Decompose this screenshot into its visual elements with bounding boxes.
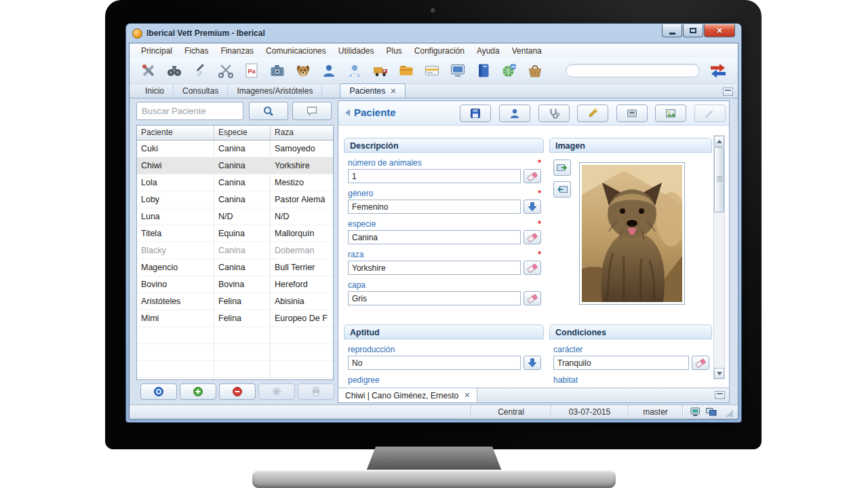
collapse-arrow-icon[interactable] xyxy=(345,109,350,116)
dropdown-button[interactable] xyxy=(524,356,541,370)
menu-plus[interactable]: Plus xyxy=(380,44,408,58)
settings-button[interactable] xyxy=(258,383,295,400)
tools-icon[interactable] xyxy=(139,61,158,80)
save-button[interactable] xyxy=(460,105,491,122)
dual-monitor-icon[interactable] xyxy=(706,407,717,417)
minimize-button[interactable] xyxy=(662,24,682,37)
raza-input[interactable] xyxy=(348,261,521,275)
menu-utilidades[interactable]: Utilidades xyxy=(332,44,380,58)
camera-icon[interactable] xyxy=(268,61,287,80)
patient-table[interactable]: Paciente Especie Raza Cuki Canina Samoye… xyxy=(136,125,334,380)
clear-field-button[interactable] xyxy=(524,230,541,244)
basket-icon[interactable] xyxy=(526,61,545,80)
menu-comunicaciones[interactable]: Comunicaciones xyxy=(260,44,332,58)
scroll-down-button[interactable] xyxy=(714,368,724,379)
menu-ventana[interactable]: Ventana xyxy=(506,44,548,58)
menu-fichas[interactable]: Fichas xyxy=(178,44,214,58)
table-row[interactable]: Cuki Canina Samoyedo xyxy=(137,140,333,157)
maximize-button[interactable] xyxy=(683,24,703,37)
client-alt-icon[interactable] xyxy=(345,61,364,80)
patient-search-input[interactable] xyxy=(136,102,243,120)
export-image-button[interactable] xyxy=(553,181,571,198)
print-button[interactable] xyxy=(298,383,334,400)
menu-configuracion[interactable]: Configuración xyxy=(408,44,471,58)
tab-imagenes-aristoteles[interactable]: Imagenes/Aristóteles xyxy=(228,83,322,98)
window-content: Principal Fichas Finanzas Comunicaciones… xyxy=(129,43,738,419)
stethoscope-button[interactable] xyxy=(538,105,570,122)
scroll-up-button[interactable] xyxy=(714,136,724,147)
photo-button[interactable] xyxy=(655,105,686,122)
table-row-selected[interactable]: Chiwi Canina Yorkshire xyxy=(137,157,333,174)
collapse-strip-icon[interactable] xyxy=(715,391,725,399)
scrollbar-thumb[interactable] xyxy=(714,147,724,212)
terminal-icon[interactable] xyxy=(448,61,467,80)
wallet-icon[interactable] xyxy=(397,61,416,80)
table-row[interactable]: Loby Canina Pastor Alemá xyxy=(137,191,333,208)
table-row[interactable]: Blacky Canina Doberman xyxy=(137,242,333,259)
table-row[interactable]: Bovino Bovina Hereford xyxy=(137,276,333,293)
scissors-icon[interactable] xyxy=(216,61,235,80)
tab-consultas[interactable]: Consultas xyxy=(174,83,228,98)
vertical-scrollbar[interactable] xyxy=(713,135,725,379)
select-record-button[interactable] xyxy=(140,383,177,400)
menu-ayuda[interactable]: Ayuda xyxy=(471,44,506,58)
table-row[interactable]: Luna N/D N/D xyxy=(137,208,333,225)
record-tab[interactable]: Chiwi | Cano Giménez, Ernesto ✕ xyxy=(338,388,477,402)
client-icon[interactable] xyxy=(319,61,338,80)
caracter-input[interactable] xyxy=(553,356,689,370)
detail-header: Paciente xyxy=(338,101,729,126)
field-label: capa xyxy=(348,280,366,290)
load-image-button[interactable] xyxy=(553,159,571,176)
tab-close-icon[interactable]: ✕ xyxy=(390,87,396,96)
clear-field-button[interactable] xyxy=(524,261,541,275)
reproduccion-input[interactable] xyxy=(348,356,521,370)
dropdown-button[interactable] xyxy=(524,200,541,214)
document-pa-icon[interactable]: Pa xyxy=(242,61,261,80)
table-row[interactable]: Aristóteles Felina Abisinia xyxy=(137,293,333,310)
archive-button[interactable] xyxy=(616,105,648,122)
delete-record-button[interactable] xyxy=(219,383,256,400)
svg-text:Pa: Pa xyxy=(248,68,256,75)
clear-field-button[interactable] xyxy=(524,169,541,183)
table-row[interactable]: Lola Canina Mestizo xyxy=(137,174,333,191)
card-icon[interactable] xyxy=(422,61,441,80)
record-tab-strip: Chiwi | Cano Giménez, Ernesto ✕ xyxy=(338,388,729,402)
binoculars-icon[interactable] xyxy=(165,61,184,80)
truck-icon[interactable] xyxy=(371,61,390,80)
title-bar[interactable]: Iberical Vett Premium - Iberical xyxy=(126,24,741,43)
search-button[interactable] xyxy=(249,102,288,120)
table-header: Paciente Especie Raza xyxy=(137,126,333,140)
capa-input[interactable] xyxy=(348,291,521,305)
table-row[interactable]: Titela Equina Mallorquín xyxy=(137,225,333,242)
table-row[interactable]: Mimi Felina Europeo De F xyxy=(137,310,333,327)
resize-grip[interactable] xyxy=(724,405,735,419)
scalpel-icon[interactable] xyxy=(191,61,210,80)
record-tab-close-icon[interactable]: ✕ xyxy=(464,391,470,400)
chat-button[interactable] xyxy=(292,102,332,120)
wand-button[interactable] xyxy=(577,105,608,122)
tab-inicio[interactable]: Inicio xyxy=(136,83,174,98)
sync-icon[interactable] xyxy=(708,62,728,79)
notebook-icon[interactable] xyxy=(474,61,493,80)
table-row[interactable]: Magencio Canina Bull Terrier xyxy=(137,259,333,276)
genero-input[interactable] xyxy=(348,200,521,214)
col-paciente[interactable]: Paciente xyxy=(137,126,214,140)
tab-pacientes[interactable]: Pacientes ✕ xyxy=(340,83,406,98)
clear-field-button[interactable] xyxy=(524,291,541,305)
close-button[interactable]: ✕ xyxy=(704,24,735,37)
numero-de-animales-input[interactable] xyxy=(348,169,521,183)
clear-field-button[interactable] xyxy=(692,356,709,370)
menu-principal[interactable]: Principal xyxy=(135,44,178,58)
connection-icon[interactable] xyxy=(690,407,701,417)
especie-input[interactable] xyxy=(348,230,521,244)
extra-button[interactable] xyxy=(694,105,726,122)
col-raza[interactable]: Raza xyxy=(271,126,334,140)
client-button[interactable] xyxy=(499,105,530,122)
minimize-tabs-icon[interactable] xyxy=(723,88,733,96)
globe-stats-icon[interactable] xyxy=(500,61,519,80)
toolbar-search-input[interactable] xyxy=(566,64,700,77)
menu-finanzas[interactable]: Finanzas xyxy=(214,44,260,58)
add-record-button[interactable] xyxy=(180,383,216,400)
col-especie[interactable]: Especie xyxy=(214,126,271,140)
dog-icon[interactable] xyxy=(294,61,313,80)
